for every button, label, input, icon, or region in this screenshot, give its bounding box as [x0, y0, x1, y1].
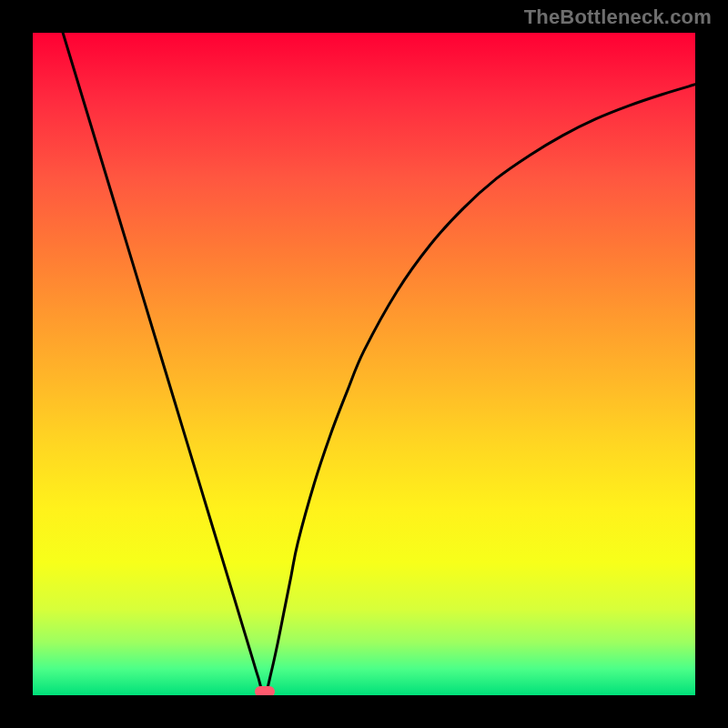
chart-frame: TheBottleneck.com — [0, 0, 728, 728]
bottleneck-curve — [33, 33, 695, 695]
curve-layer — [33, 33, 695, 695]
watermark-text: TheBottleneck.com — [524, 5, 712, 29]
minimum-marker — [255, 686, 275, 695]
plot-area — [33, 33, 695, 695]
